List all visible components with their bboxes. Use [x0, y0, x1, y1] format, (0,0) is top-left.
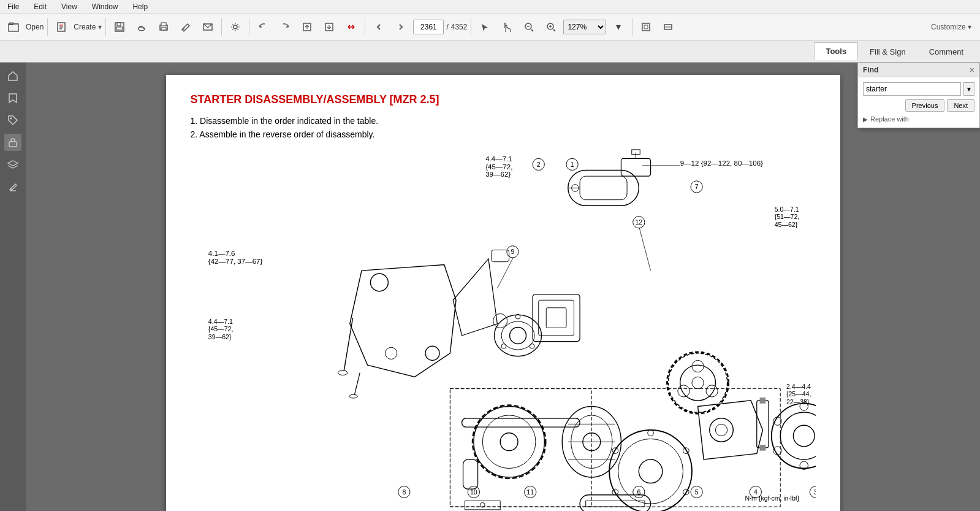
sidebar-icon-home[interactable]: [4, 67, 21, 85]
sidebar-icon-bookmark[interactable]: [4, 90, 21, 107]
svg-point-85: [482, 415, 536, 469]
toolbar: Open Create ▾: [0, 13, 980, 40]
import-button[interactable]: [319, 17, 339, 37]
pdf-area[interactable]: STARTER DISASSEMBLY/ASSEMBLY [MZR 2.5] 1…: [26, 63, 980, 511]
prev-page-button[interactable]: [369, 17, 389, 37]
separator-6: [471, 18, 471, 36]
instruction-1: 1. Disassemble in the order indicated in…: [191, 116, 816, 126]
svg-rect-24: [644, 25, 648, 29]
svg-point-104: [709, 418, 732, 442]
left-sidebar: [0, 63, 26, 511]
fit-page-button[interactable]: [636, 17, 656, 37]
find-replace-row[interactable]: ▶ Replace with: [863, 115, 974, 123]
zoom-dropdown-button[interactable]: ▾: [609, 17, 628, 37]
svg-text:{51—72,: {51—72,: [774, 213, 799, 220]
convert-button[interactable]: [341, 17, 361, 37]
svg-point-137: [349, 394, 357, 398]
find-previous-button[interactable]: Previous: [905, 99, 945, 112]
find-next-button[interactable]: Next: [947, 99, 974, 112]
svg-text:4: 4: [753, 488, 757, 496]
svg-point-86: [500, 433, 518, 451]
svg-point-82: [385, 347, 397, 359]
undo-button[interactable]: [253, 17, 273, 37]
svg-rect-125: [491, 250, 509, 261]
svg-point-135: [501, 344, 506, 348]
export-button[interactable]: [297, 17, 317, 37]
open-button[interactable]: [4, 17, 23, 37]
find-dropdown-button[interactable]: ▼: [963, 82, 974, 96]
svg-point-122: [677, 385, 689, 397]
fit-width-button[interactable]: [658, 17, 678, 37]
tools-bar: Tools Fill & Sign Comment: [0, 40, 980, 63]
svg-text:N·m {kgf·cm, in·lbf}: N·m {kgf·cm, in·lbf}: [745, 494, 799, 502]
separator-3: [221, 18, 222, 36]
menu-view[interactable]: View: [59, 1, 80, 12]
svg-point-13: [234, 25, 237, 29]
svg-text:45—62}: 45—62}: [774, 221, 797, 228]
svg-point-105: [715, 424, 727, 436]
settings-button[interactable]: [226, 17, 245, 37]
redo-button[interactable]: [275, 17, 295, 37]
create-button[interactable]: [51, 17, 71, 37]
svg-text:5.0—7.1: 5.0—7.1: [774, 206, 799, 213]
svg-point-117: [668, 353, 727, 412]
svg-point-120: [691, 360, 703, 372]
find-input-row: ▼: [863, 82, 974, 96]
print-button[interactable]: [154, 17, 173, 37]
svg-point-134: [530, 344, 534, 348]
menu-file[interactable]: File: [5, 1, 21, 12]
sidebar-icon-edit[interactable]: [4, 178, 21, 195]
select-tool-button[interactable]: [475, 17, 495, 37]
svg-text:9: 9: [511, 248, 514, 255]
hand-tool-button[interactable]: [497, 17, 517, 37]
svg-text:8: 8: [402, 488, 406, 496]
page-total: 4352: [451, 23, 468, 31]
tab-fill-sign[interactable]: Fill & Sign: [858, 43, 917, 60]
svg-point-96: [609, 430, 692, 511]
page-title: STARTER DISASSEMBLY/ASSEMBLY [MZR 2.5]: [191, 93, 816, 106]
menu-window[interactable]: Window: [89, 1, 121, 12]
svg-rect-23: [642, 23, 650, 31]
sidebar-icon-lock[interactable]: [4, 134, 21, 151]
create-label[interactable]: Create: [74, 23, 96, 31]
page-separator: /: [446, 23, 448, 31]
svg-text:39—62}: 39—62}: [208, 333, 231, 340]
zoom-out-button[interactable]: [519, 17, 539, 37]
cloud-button[interactable]: [132, 17, 151, 37]
menu-help[interactable]: Help: [131, 1, 151, 12]
find-search-input[interactable]: [863, 82, 961, 96]
svg-point-99: [647, 430, 653, 436]
zoom-in-button[interactable]: [541, 17, 561, 37]
svg-point-84: [473, 406, 544, 477]
create-dropdown[interactable]: ▾: [98, 23, 102, 31]
menu-edit[interactable]: Edit: [31, 1, 49, 12]
svg-rect-95: [585, 501, 644, 507]
svg-text:39—62}: 39—62}: [485, 171, 511, 178]
open-label[interactable]: Open: [26, 23, 44, 31]
edit-button[interactable]: [176, 17, 196, 37]
main-area: STARTER DISASSEMBLY/ASSEMBLY [MZR 2.5] 1…: [0, 63, 980, 511]
svg-point-97: [618, 439, 683, 504]
customize-button[interactable]: Customize ▾: [926, 20, 976, 34]
page-current-input[interactable]: [413, 20, 444, 34]
find-header: Find ×: [858, 63, 979, 77]
zoom-select[interactable]: 127% 100% 75% 50%: [563, 20, 606, 34]
svg-text:5: 5: [694, 488, 698, 496]
svg-text:4.1—7.6: 4.1—7.6: [208, 250, 235, 257]
replace-arrow-icon: ▶: [863, 116, 868, 123]
email-button[interactable]: [198, 17, 218, 37]
find-close-button[interactable]: ×: [970, 66, 974, 74]
svg-point-119: [691, 377, 703, 388]
svg-point-81: [425, 346, 439, 360]
svg-point-98: [639, 459, 662, 483]
svg-line-22: [553, 29, 555, 31]
sidebar-icon-layers[interactable]: [4, 156, 21, 173]
svg-rect-142: [759, 398, 765, 404]
save-button[interactable]: [110, 17, 129, 37]
tab-tools[interactable]: Tools: [814, 42, 858, 60]
sidebar-icon-tag[interactable]: [4, 112, 21, 129]
svg-text:{45—72,: {45—72,: [208, 325, 233, 332]
tab-comment[interactable]: Comment: [917, 43, 975, 60]
diagram-area: 4.4—7.1 {45—72, 39—62} 1 2 7 12: [191, 145, 816, 511]
next-page-button[interactable]: [391, 17, 411, 37]
